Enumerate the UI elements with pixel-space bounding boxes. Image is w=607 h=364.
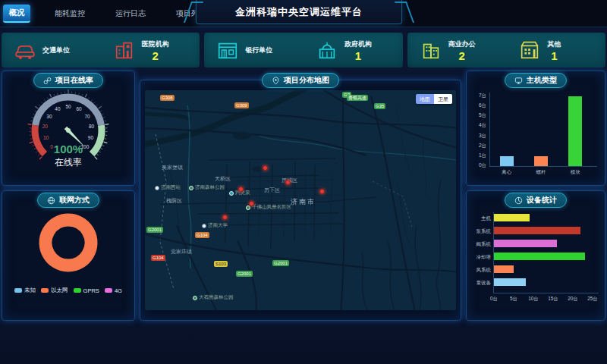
legend-label: 4G	[115, 287, 122, 294]
bar-阀系统	[494, 240, 557, 247]
stat-item: 银行单位	[204, 39, 304, 61]
host-type-chart: 0台1台2台3台4台5台6台7台离心螺杆模块	[467, 88, 605, 179]
online-rate-gauge: 0102030405060708090100100%在线率	[2, 85, 134, 173]
place-label: 天桥区	[215, 175, 231, 183]
panel-network-type: 联网方式 未知以太网GPRS4G	[2, 190, 135, 321]
project-marker-0[interactable]	[238, 187, 244, 192]
legend-item-2[interactable]: GPRS	[74, 287, 99, 294]
panel-online-rate-header: 项目在线率	[33, 73, 103, 88]
road-badge: 青银高速	[347, 95, 368, 101]
category-label: 主机	[467, 215, 491, 222]
y-tick-label: 7台	[467, 93, 486, 99]
poi-label: 大石崮森林公园	[199, 294, 234, 301]
panel-project-map-header: 项目分布地图	[262, 73, 339, 88]
legend-item-0[interactable]: 未知	[14, 287, 36, 294]
stat-card-2: 商业办公2其他1	[407, 33, 605, 67]
nav-tab-1[interactable]: 能耗监控	[49, 5, 91, 22]
nav-tab-2[interactable]: 运行日志	[109, 5, 152, 22]
map-overlay: G308G309G104G104S103G2001G2001G2001G3G35…	[145, 90, 456, 310]
satellite-mode-button[interactable]: 卫星	[434, 94, 452, 104]
panel-network-type-header: 联网方式	[37, 193, 99, 208]
project-marker-1[interactable]	[249, 201, 254, 206]
app-title-box: 金洲科瑞中央空调运维平台	[196, 0, 402, 24]
project-marker-2[interactable]	[222, 215, 228, 220]
monitor-icon	[514, 77, 523, 85]
category-label: 阀系统	[467, 241, 491, 248]
y-tick-label: 4台	[467, 122, 486, 129]
x-tick-label: 10台	[524, 296, 543, 303]
legend-key	[14, 288, 22, 293]
right-column: 主机类型 0台1台2台3台4台5台6台7台离心螺杆模块 设备统计 主机泵系统阀系…	[466, 71, 605, 321]
panel-title: 设备统计	[527, 195, 557, 206]
svg-text:100%: 100%	[54, 143, 83, 155]
place-label: 槐荫区	[166, 197, 182, 205]
panel-title: 主机类型	[527, 75, 557, 86]
road-badge: G35	[374, 103, 385, 109]
stat-text: 政府机构1	[344, 39, 372, 61]
station-marker-icon	[202, 224, 206, 228]
panel-device-stats: 设备统计 主机泵系统阀系统冷却塔风系统量设备0台5台10台15台20台25台	[466, 190, 605, 321]
place-label: 党家庄镇	[171, 248, 192, 256]
place-label: 历下区	[264, 187, 280, 194]
panel-title: 项目在线率	[55, 75, 93, 86]
stat-value: 2	[153, 50, 159, 61]
legend-key	[41, 288, 49, 293]
y-tick-label: 0台	[467, 162, 486, 169]
bar-模块	[568, 96, 582, 166]
stat-item: 其他1	[506, 39, 605, 61]
stat-item: 交通单位	[2, 39, 101, 61]
legend-item-1[interactable]: 以太网	[41, 287, 68, 294]
hospital-icon	[113, 39, 136, 61]
project-marker-5[interactable]	[319, 189, 325, 194]
stat-item: 商业办公2	[407, 39, 507, 61]
road-badge: G104	[151, 255, 165, 261]
legend-label: GPRS	[83, 287, 99, 294]
bar-风系统	[494, 265, 514, 273]
x-tick-label: 0台	[485, 296, 503, 303]
poi-station: 济南西站	[155, 184, 181, 191]
category-label: 风系统	[467, 267, 491, 274]
topbar: 概况能耗监控运行日志项目列表视频监控 金洲科瑞中央空调运维平台	[0, 0, 607, 27]
x-tick-label: 5台	[505, 296, 523, 303]
main-area: 项目在线率 0102030405060708090100100%在线率 联网方式…	[0, 67, 607, 321]
park-marker-icon	[193, 296, 197, 300]
road-badge: G308	[160, 95, 175, 101]
svg-text:20: 20	[42, 124, 49, 129]
map-view[interactable]: G308G309G104G104S103G2001G2001G2001G3G35…	[145, 90, 456, 310]
category-label: 泵系统	[467, 228, 491, 235]
stat-label: 商业办公	[448, 39, 476, 49]
dashboard: 概况能耗监控运行日志项目列表视频监控 金洲科瑞中央空调运维平台 交通单位医院机构…	[0, 0, 607, 364]
panel-device-stats-header: 设备统计	[505, 193, 567, 208]
legend-label: 未知	[24, 287, 36, 294]
svg-text:90: 90	[88, 135, 94, 140]
map-mode-button[interactable]: 地图	[416, 94, 434, 104]
poi-station: 济南大学	[202, 222, 228, 229]
stat-card-0: 交通单位医院机构2	[2, 33, 200, 67]
stat-value: 1	[551, 50, 557, 61]
legend-key	[74, 288, 81, 293]
legend-item-3[interactable]: 4G	[105, 287, 122, 294]
place-label: 济南市	[291, 197, 316, 207]
y-tick-label: 3台	[467, 133, 486, 140]
nav-tab-0[interactable]: 概况	[3, 5, 30, 23]
stat-value: 2	[458, 50, 464, 61]
bank-icon	[216, 39, 239, 61]
road-badge: S103	[214, 261, 228, 267]
svg-text:在线率: 在线率	[55, 157, 82, 168]
network-type-donut	[2, 206, 134, 282]
stat-value: 1	[355, 50, 361, 61]
y-tick-label: 6台	[467, 102, 486, 109]
poi-park: 大石崮森林公园	[193, 294, 234, 301]
y-axis	[489, 93, 490, 167]
x-category-label: 模块	[560, 169, 590, 176]
project-marker-3[interactable]	[263, 165, 268, 171]
stat-label: 交通单位	[42, 46, 70, 55]
stat-label: 其他	[547, 39, 561, 49]
x-tick-label: 20台	[564, 296, 582, 303]
place-label: 吴家堡镇	[162, 164, 183, 171]
pie-icon	[514, 196, 523, 205]
project-marker-4[interactable]	[285, 180, 291, 185]
device-stats-chart: 主机泵系统阀系统冷却塔风系统量设备0台5台10台15台20台25台	[467, 209, 605, 309]
bar-泵系统	[494, 227, 580, 234]
x-axis	[489, 166, 597, 167]
